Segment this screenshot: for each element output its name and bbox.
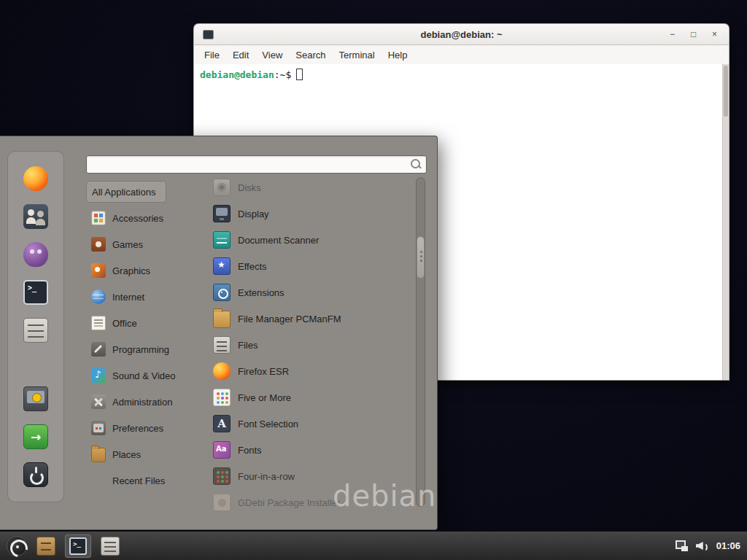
menu-file[interactable]: File (198, 47, 226, 63)
games-icon (91, 237, 106, 252)
menu-terminal[interactable]: Terminal (333, 47, 382, 63)
app-item-disks[interactable]: Disks (206, 174, 416, 201)
menu-search-box (86, 155, 427, 174)
users-icon[interactable] (23, 204, 48, 229)
display-icon (213, 205, 231, 222)
window-controls: − □ × (667, 29, 729, 39)
menu-help[interactable]: Help (382, 47, 414, 63)
menu-edit[interactable]: Edit (226, 47, 255, 63)
prompt-user-host: debian@debian (200, 69, 274, 80)
internet-icon (91, 289, 106, 304)
taskbar: 01:06 (0, 531, 747, 560)
programming-icon (91, 342, 106, 357)
office-icon (91, 316, 106, 330)
category-office[interactable]: Office (86, 310, 206, 336)
app-item-gdebi[interactable]: GDebi Package Installer (206, 489, 416, 516)
app-list-scrollbar[interactable] (416, 177, 425, 507)
file-drawers-icon[interactable] (23, 318, 48, 343)
app-item-display[interactable]: Display (206, 201, 416, 227)
terminal-taskbar-button[interactable] (65, 534, 91, 558)
category-accessories[interactable]: Accessories (86, 205, 206, 231)
logout-icon[interactable] (23, 424, 48, 449)
category-list: All Applications Accessories Games Graph… (86, 179, 206, 494)
terminal-launcher-icon (69, 537, 87, 555)
application-list: Disks Display Document Scanner Effects E… (206, 174, 416, 516)
app-item-extensions[interactable]: Extensions (206, 279, 416, 306)
terminal-titlebar[interactable]: debian@debian: ~ − □ × (193, 23, 729, 45)
places-icon (91, 448, 106, 462)
font-selection-icon (213, 415, 231, 432)
category-all-applications[interactable]: All Applications (86, 181, 166, 203)
app-item-files[interactable]: Files (206, 332, 416, 358)
category-programming[interactable]: Programming (86, 336, 206, 362)
app-item-document-scanner[interactable]: Document Scanner (206, 227, 416, 253)
app-item-fonts[interactable]: Fonts (206, 437, 416, 463)
system-tray: 01:06 (676, 540, 740, 551)
category-places[interactable]: Places (86, 441, 206, 467)
search-input[interactable] (87, 156, 410, 173)
application-menu: All Applications Accessories Games Graph… (0, 136, 438, 530)
mascot-app-icon[interactable] (23, 242, 48, 267)
lock-screen-icon[interactable] (23, 386, 48, 411)
clock[interactable]: 01:06 (716, 540, 740, 551)
fonts-icon (213, 441, 231, 459)
category-preferences[interactable]: Preferences (86, 415, 206, 441)
extensions-icon (213, 284, 231, 301)
app-item-font-selection[interactable]: Font Selection (206, 411, 416, 437)
terminal-titlebar-icon (203, 30, 214, 39)
favorites-panel (7, 151, 64, 502)
disks-icon (213, 179, 231, 196)
gdebi-icon (213, 494, 231, 511)
file-drawers-icon (213, 336, 231, 354)
files-launcher-icon[interactable] (101, 537, 120, 556)
terminal-window-title: debian@debian: ~ (194, 29, 729, 40)
terminal-menubar: File Edit View Search Terminal Help (193, 45, 729, 64)
terminal-icon[interactable] (23, 280, 48, 305)
document-scanner-icon (213, 231, 231, 249)
category-internet[interactable]: Internet (86, 284, 206, 310)
five-or-more-icon (213, 389, 231, 406)
category-administration[interactable]: Administration (86, 389, 206, 415)
recent-files-icon (91, 473, 106, 488)
file-cabinet-launcher-icon[interactable] (36, 537, 55, 556)
app-item-file-manager-pcmanfm[interactable]: File Manager PCManFM (206, 306, 416, 332)
category-recent-files[interactable]: Recent Files (86, 467, 206, 494)
preferences-icon (91, 421, 106, 435)
category-sound-video[interactable]: Sound & Video (86, 362, 206, 389)
category-games[interactable]: Games (86, 231, 206, 257)
accessories-icon (91, 211, 106, 225)
terminal-scrollbar-thumb[interactable] (724, 66, 728, 117)
maximize-button[interactable]: □ (688, 29, 699, 39)
volume-icon[interactable] (696, 540, 708, 551)
app-item-effects[interactable]: Effects (206, 253, 416, 279)
sound-video-icon (91, 368, 106, 383)
menu-search[interactable]: Search (289, 47, 332, 63)
app-list-scrollbar-thumb[interactable] (417, 236, 425, 279)
app-item-four-in-a-row[interactable]: Four-in-a-row (206, 463, 416, 489)
shutdown-icon[interactable] (23, 462, 48, 487)
prompt: debian@debian:~$ (200, 69, 291, 80)
minimize-button[interactable]: − (667, 29, 678, 39)
firefox-icon (213, 362, 231, 380)
category-graphics[interactable]: Graphics (86, 257, 206, 284)
terminal-scrollbar[interactable] (722, 64, 729, 380)
administration-icon (91, 394, 106, 409)
menu-button-icon[interactable] (7, 536, 27, 556)
graphics-icon (91, 263, 106, 278)
terminal-cursor (296, 69, 303, 80)
desktop: debian@debian: ~ − □ × File Edit View Se… (0, 0, 747, 560)
firefox-icon[interactable] (23, 166, 48, 191)
app-item-firefox-esr[interactable]: Firefox ESR (206, 358, 416, 384)
folder-icon (213, 311, 231, 328)
search-icon (410, 158, 422, 171)
close-button[interactable]: × (709, 29, 720, 39)
network-icon[interactable] (676, 540, 688, 551)
effects-icon (213, 257, 231, 275)
menu-view[interactable]: View (255, 47, 289, 63)
app-item-five-or-more[interactable]: Five or More (206, 384, 416, 411)
four-in-a-row-icon (213, 467, 231, 485)
